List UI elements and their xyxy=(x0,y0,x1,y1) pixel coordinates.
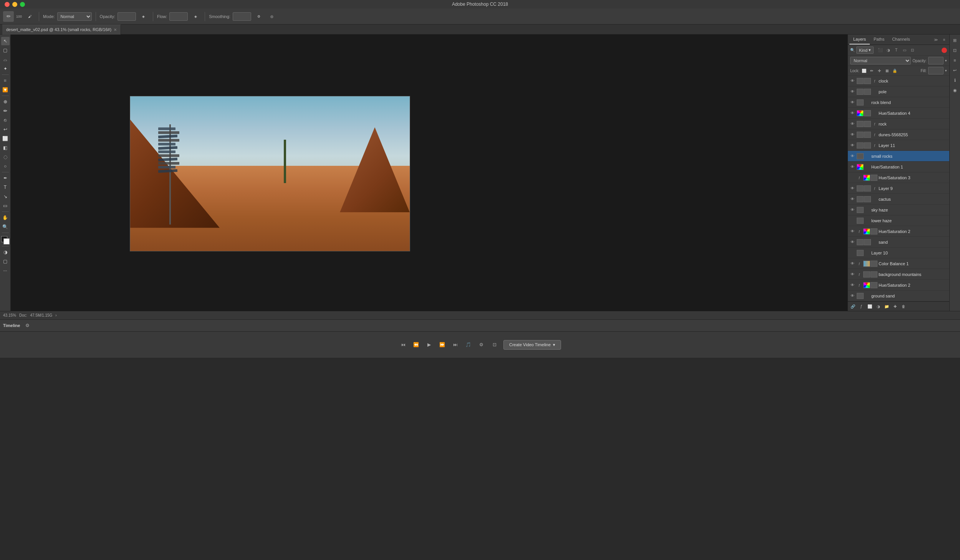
healing-brush-tool[interactable]: ⊕ xyxy=(1,97,10,106)
layer-row-dunes[interactable]: 👁 ƒ dunes-5568255 xyxy=(848,129,949,140)
filter-kind-select[interactable]: Kind ▾ xyxy=(856,46,874,54)
panel-expand-icon[interactable]: ≫ xyxy=(932,36,939,43)
add-style-button[interactable]: ƒ xyxy=(858,303,865,310)
filter-type-icon[interactable]: T xyxy=(893,47,900,54)
layer-row-bg-mountains[interactable]: 👁 ƒ background mountains xyxy=(848,269,949,280)
blend-mode-select[interactable]: Normal Multiply Screen Overlay xyxy=(850,57,911,64)
layer-row-pole[interactable]: 👁 pole xyxy=(848,86,949,97)
filter-shape-icon[interactable]: ▭ xyxy=(901,47,908,54)
smoothing-input[interactable]: 0% xyxy=(233,12,251,21)
layer-vis-layer11[interactable]: 👁 xyxy=(849,142,856,149)
layer-row-lower-haze[interactable]: 👁 lower haze xyxy=(848,215,949,226)
brush-tool[interactable]: ✏ xyxy=(1,107,10,115)
fill-input[interactable]: 100% xyxy=(928,67,943,74)
eyedropper-tool[interactable]: 🔽 xyxy=(1,86,10,94)
create-group-button[interactable]: 📁 xyxy=(883,303,890,310)
more-tools-button[interactable]: ··· xyxy=(1,266,10,275)
panel-arrange-icon[interactable]: ⊞ xyxy=(951,36,959,45)
timeline-options-button[interactable]: ⚙ xyxy=(477,340,486,349)
layer-vis-dunes[interactable]: 👁 xyxy=(849,132,856,138)
maximize-button[interactable] xyxy=(20,2,25,7)
brush-tool-button[interactable]: ✏ xyxy=(3,11,14,22)
history-brush-tool[interactable]: ↩ xyxy=(1,125,10,134)
quick-mask-button[interactable]: ◑ xyxy=(1,248,10,256)
layer-row-rock[interactable]: 👁 ƒ rock xyxy=(848,119,949,129)
crop-tool[interactable]: ⌗ xyxy=(1,76,10,85)
lock-transparent-icon[interactable]: ⬜ xyxy=(861,68,867,74)
minimize-button[interactable] xyxy=(12,2,17,7)
layer-row-rock-blend[interactable]: 👁 rock blend xyxy=(848,97,949,108)
layer-vis-layer10[interactable]: 👁 xyxy=(849,250,856,256)
layer-vis-small-rocks[interactable]: 👁 xyxy=(849,153,856,159)
layer-vis-rock[interactable]: 👁 xyxy=(849,121,856,127)
panel-menu-icon[interactable]: ≡ xyxy=(941,36,948,43)
eraser-tool[interactable]: ⬜ xyxy=(1,134,10,143)
shape-tool[interactable]: ▭ xyxy=(1,202,10,210)
timeline-convert-button[interactable]: ⊡ xyxy=(490,340,499,349)
layer-row-small-rocks[interactable]: 👁 small rocks xyxy=(848,151,949,162)
layers-tab[interactable]: Layers xyxy=(849,35,870,45)
layer-vis-bg-mountains[interactable]: 👁 xyxy=(849,271,856,278)
smoothing-options-button[interactable]: ⚙ xyxy=(253,11,264,22)
layer-row-ground-sand[interactable]: 👁 ground sand xyxy=(848,291,949,301)
filter-toggle[interactable] xyxy=(942,48,947,53)
layer-vis-ground-sand[interactable]: 👁 xyxy=(849,293,856,299)
layer-vis-layer9[interactable]: 👁 xyxy=(849,185,856,192)
layer-vis-hue-sat-4[interactable]: 👁 xyxy=(849,110,856,116)
layer-row-layer10[interactable]: 👁 Layer 10 xyxy=(848,248,949,258)
timeline-audio-button[interactable]: 🎵 xyxy=(464,340,473,349)
dodge-tool[interactable]: ○ xyxy=(1,162,10,170)
layer-row-sand[interactable]: 👁 sand xyxy=(848,237,949,248)
pen-tool[interactable]: ✒ xyxy=(1,174,10,182)
layer-vis-rock-blend[interactable]: 👁 xyxy=(849,99,856,106)
layer-row-color-balance-1[interactable]: 👁 ƒ Color Balance 1 xyxy=(848,258,949,269)
document-tab[interactable]: desert_matte_v02.psd @ 43.1% (small rock… xyxy=(2,25,121,35)
window-controls[interactable] xyxy=(5,2,25,7)
color-wheel-icon[interactable]: ◉ xyxy=(951,86,959,94)
layer-row-hue-sat-4[interactable]: 👁 Hue/Saturation 4 xyxy=(848,108,949,119)
lock-all-icon[interactable]: 🔒 xyxy=(892,68,898,74)
properties-icon[interactable]: ≡ xyxy=(951,56,959,64)
artboard-icon[interactable]: ⊡ xyxy=(951,46,959,55)
brush-preset-button[interactable]: 🖌 xyxy=(24,11,35,22)
layer-vis-color-balance-1[interactable]: 👁 xyxy=(849,261,856,267)
layer-row-hue-sat-1[interactable]: 👁 Hue/Saturation 1 xyxy=(848,162,949,172)
history-icon[interactable]: ↩ xyxy=(951,66,959,74)
hand-tool[interactable]: ✋ xyxy=(1,213,10,222)
color-swatches[interactable] xyxy=(1,236,10,244)
delete-layer-button[interactable]: 🗑 xyxy=(900,303,907,310)
layer-row-cactus[interactable]: 👁 cactus xyxy=(848,194,949,205)
layer-vis-hue-sat-2[interactable]: 👁 xyxy=(849,228,856,235)
blur-tool[interactable]: ◌ xyxy=(1,153,10,161)
create-video-timeline-button[interactable]: Create Video Timeline ▾ xyxy=(503,340,561,350)
move-tool[interactable]: ↖ xyxy=(1,37,10,45)
layer-vis-sky-haze[interactable]: 👁 xyxy=(849,207,856,213)
layer-vis-pole[interactable]: 👁 xyxy=(849,89,856,95)
lock-move-icon[interactable]: ✛ xyxy=(876,68,882,74)
layer-row-layer9[interactable]: 👁 ƒ Layer 9 xyxy=(848,183,949,194)
zoom-tool[interactable]: 🔍 xyxy=(1,223,10,231)
rectangle-select-tool[interactable]: ▢ xyxy=(1,46,10,55)
layer-vis-clock[interactable]: 👁 xyxy=(849,78,856,84)
flow-jitter-button[interactable]: ◈ xyxy=(190,11,201,22)
filter-adjustment-icon[interactable]: ◑ xyxy=(885,47,892,54)
timeline-next-frame-button[interactable]: ⏩ xyxy=(438,340,447,349)
gradient-tool[interactable]: ◧ xyxy=(1,144,10,152)
paths-tab[interactable]: Paths xyxy=(870,35,888,45)
expand-status-icon[interactable]: › xyxy=(55,313,56,317)
layer-vis-lower-haze[interactable]: 👁 xyxy=(849,218,856,224)
create-layer-button[interactable]: ✚ xyxy=(892,303,899,310)
screen-mode-button[interactable]: ▢ xyxy=(1,257,10,266)
magic-wand-tool[interactable]: ✦ xyxy=(1,64,10,73)
opacity-jitter-button[interactable]: ◈ xyxy=(138,11,149,22)
layer-row-hue-sat-3[interactable]: 👁 ƒ Hue/Saturation 3 xyxy=(848,172,949,183)
layer-vis-hue-sat-3[interactable]: 👁 xyxy=(849,175,856,181)
layer-vis-hue-sat-1[interactable]: 👁 xyxy=(849,164,856,170)
layer-vis-hue-sat-2b[interactable]: 👁 xyxy=(849,282,856,288)
add-mask-button[interactable]: ⬜ xyxy=(866,303,873,310)
filter-pixel-icon[interactable]: ⬛ xyxy=(877,47,884,54)
tab-close-button[interactable]: ✕ xyxy=(114,28,117,32)
layer-vis-cactus[interactable]: 👁 xyxy=(849,196,856,202)
timeline-prev-frame-button[interactable]: ⏪ xyxy=(412,340,420,349)
clone-stamp-tool[interactable]: ⎋ xyxy=(1,116,10,124)
